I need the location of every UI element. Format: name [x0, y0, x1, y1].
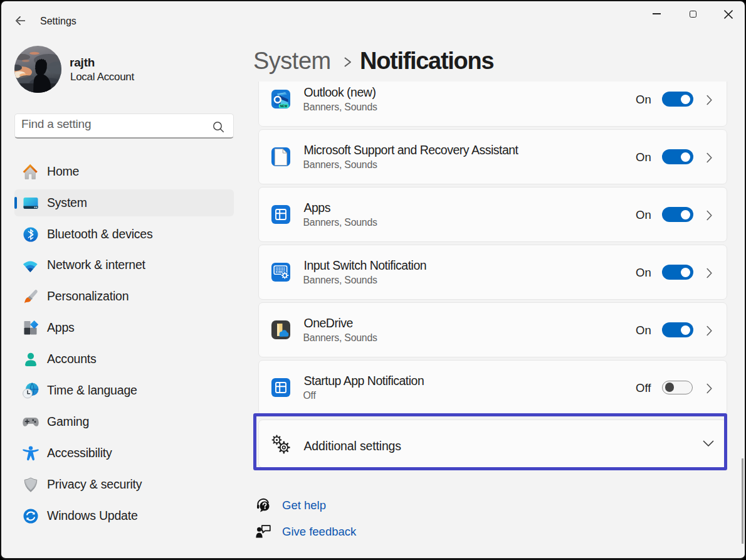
svg-text:NEW: NEW	[280, 103, 287, 107]
